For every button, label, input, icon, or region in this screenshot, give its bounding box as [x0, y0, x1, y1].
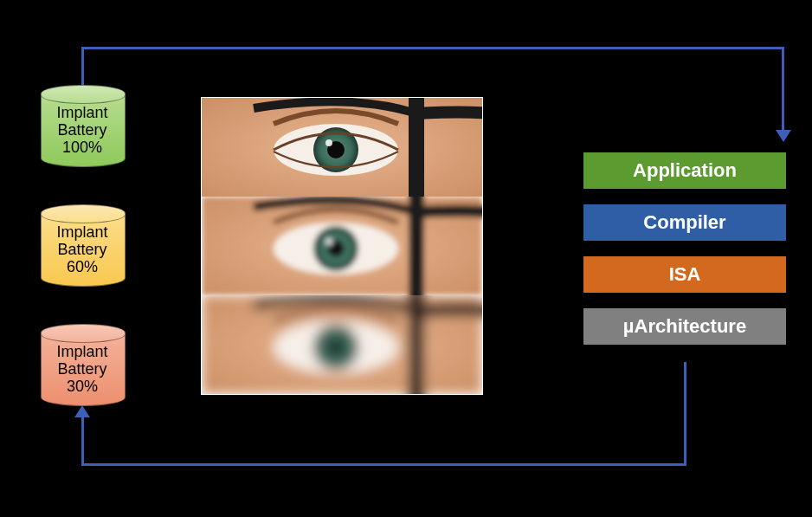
arrow-bot-horiz [81, 463, 686, 466]
battery-30-label: Implant [41, 343, 124, 360]
arrow-bot-vert-left [81, 416, 84, 466]
arrow-top-vert-right [782, 47, 784, 132]
stack-uarchitecture-label: µArchitecture [623, 315, 746, 337]
eye-image-medium [202, 197, 482, 295]
battery-100: Implant Battery 100% [41, 94, 124, 166]
battery-30-label2: Battery [41, 360, 124, 378]
eye-image-blurry [202, 295, 482, 394]
arrow-top-vert-left [81, 47, 84, 90]
battery-30: Implant Battery 30% [41, 333, 124, 405]
stack-uarchitecture: µArchitecture [582, 307, 788, 346]
stack-application-label: Application [633, 159, 737, 181]
svg-point-9 [325, 238, 332, 245]
arrow-bot-vert-right [684, 362, 686, 466]
svg-point-4 [325, 139, 332, 146]
battery-30-pct: 30% [41, 378, 124, 395]
eye-image-panel [201, 97, 483, 395]
stack-compiler-label: Compiler [643, 211, 725, 233]
svg-point-13 [327, 339, 345, 356]
battery-60-pct: 60% [41, 258, 124, 275]
arrow-top-horiz [81, 47, 784, 49]
stack-isa-label: ISA [669, 263, 701, 285]
arrow-bot-head-icon [74, 405, 90, 417]
stack-isa: ISA [582, 255, 788, 294]
battery-100-label2: Battery [41, 121, 124, 139]
battery-60-label: Implant [41, 223, 124, 241]
stack-application: Application [582, 151, 788, 191]
battery-60: Implant Battery 60% [41, 213, 124, 286]
battery-100-pct: 100% [41, 139, 124, 156]
stack-compiler: Compiler [582, 203, 788, 242]
battery-60-label2: Battery [41, 241, 124, 258]
battery-100-label: Implant [41, 104, 124, 121]
eye-image-sharp [202, 98, 482, 197]
arrow-top-head-icon [776, 130, 791, 142]
